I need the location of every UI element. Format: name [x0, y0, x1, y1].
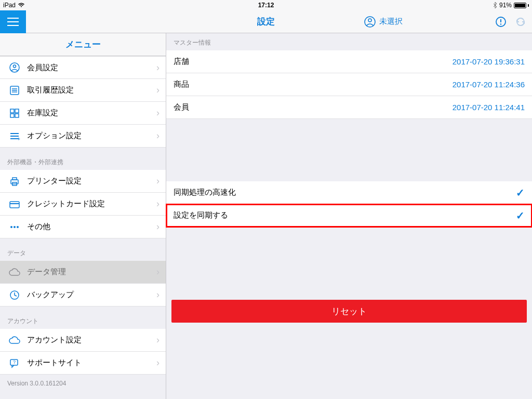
- sync-row-label: 同期処理の高速化: [174, 188, 236, 197]
- master-row-label: 会員: [174, 102, 189, 112]
- master-row-product[interactable]: 商品 2017-07-20 11:24:36: [166, 73, 532, 96]
- user-select[interactable]: 未選択: [364, 16, 403, 28]
- svg-point-25: [14, 226, 16, 228]
- master-row-label: 商品: [174, 79, 189, 89]
- user-status-label: 未選択: [379, 17, 403, 26]
- cloud-icon: [7, 333, 22, 348]
- sidebar-item-label: その他: [27, 222, 50, 232]
- printer-icon: [7, 174, 22, 189]
- sidebar-item-label: プリンター設定: [27, 176, 82, 186]
- alert-button[interactable]: [495, 16, 507, 28]
- sidebar-item-printer[interactable]: プリンター設定 ›: [0, 170, 166, 193]
- user-icon: [364, 16, 376, 28]
- sidebar-item-backup[interactable]: バックアップ ›: [0, 284, 166, 307]
- check-icon: ✓: [516, 209, 525, 222]
- version-label: Version 3.0.0.161204: [0, 375, 166, 392]
- sidebar-item-support[interactable]: ? サポートサイト ›: [0, 352, 166, 375]
- chevron-right-icon: ›: [156, 357, 159, 368]
- chevron-right-icon: ›: [156, 85, 159, 96]
- sidebar-group-header-data: データ: [0, 238, 166, 261]
- svg-point-24: [10, 226, 12, 228]
- sidebar-item-creditcard[interactable]: クレジットカード設定 ›: [0, 193, 166, 216]
- chevron-right-icon: ›: [156, 198, 159, 209]
- content-pane: マスター情報 店舗 2017-07-20 19:36:31 商品 2017-07…: [166, 33, 532, 399]
- chevron-right-icon: ›: [156, 267, 159, 277]
- sidebar-item-transaction-history[interactable]: 取引履歴設定 ›: [0, 79, 166, 102]
- svg-rect-11: [10, 109, 14, 113]
- more-icon: [7, 220, 22, 234]
- grid-icon: [7, 106, 22, 121]
- chevron-right-icon: ›: [156, 335, 159, 345]
- svg-rect-19: [11, 180, 18, 184]
- svg-point-6: [14, 65, 16, 68]
- refresh-button[interactable]: [514, 16, 527, 28]
- svg-rect-20: [12, 178, 17, 180]
- sync-row-label: 設定を同期する: [174, 210, 228, 220]
- reset-button-label: リセット: [331, 305, 367, 317]
- sidebar-item-label: バックアップ: [27, 290, 74, 300]
- svg-rect-22: [10, 202, 19, 208]
- status-bar: iPad 17:12 91%: [0, 0, 532, 10]
- reset-button[interactable]: リセット: [171, 300, 527, 323]
- page-title: 設定: [0, 16, 532, 28]
- sync-row-settings[interactable]: 設定を同期する ✓: [166, 204, 532, 227]
- chevron-right-icon: ›: [156, 108, 159, 118]
- svg-text:?: ?: [13, 360, 16, 365]
- sidebar-item-other[interactable]: その他 ›: [0, 216, 166, 238]
- svg-rect-12: [15, 109, 19, 113]
- section-header-master: マスター情報: [166, 33, 532, 50]
- master-row-member[interactable]: 会員 2017-07-20 11:24:41: [166, 96, 532, 119]
- master-row-label: 店舗: [174, 57, 189, 66]
- master-row-value: 2017-07-20 11:24:41: [453, 103, 525, 112]
- sidebar-group-header-external: 外部機器・外部連携: [0, 148, 166, 170]
- check-icon: ✓: [516, 187, 525, 199]
- sidebar-item-data-management[interactable]: データ管理 ›: [0, 261, 166, 284]
- svg-point-4: [500, 23, 501, 24]
- svg-rect-13: [10, 114, 14, 117]
- options-icon: +: [7, 129, 22, 143]
- nav-bar: 設定 未選択: [0, 10, 532, 33]
- chevron-right-icon: ›: [156, 62, 159, 73]
- clock: 17:12: [0, 2, 532, 9]
- sidebar-item-label: データ管理: [27, 267, 66, 277]
- master-row-value: 2017-07-20 19:36:31: [453, 57, 525, 66]
- sidebar-item-label: 在庫設定: [27, 108, 58, 118]
- master-row-value: 2017-07-20 11:24:36: [453, 80, 525, 89]
- sidebar-item-account-settings[interactable]: アカウント設定 ›: [0, 329, 166, 352]
- chevron-right-icon: ›: [156, 289, 159, 300]
- sidebar-item-inventory[interactable]: 在庫設定 ›: [0, 102, 166, 125]
- chat-help-icon: ?: [7, 356, 22, 370]
- sidebar-item-label: 取引履歴設定: [27, 85, 74, 95]
- svg-point-1: [368, 19, 371, 22]
- svg-point-26: [17, 226, 19, 228]
- svg-text:+: +: [17, 136, 20, 142]
- chevron-right-icon: ›: [156, 221, 159, 232]
- svg-rect-14: [15, 114, 19, 117]
- sync-row-fast[interactable]: 同期処理の高速化 ✓: [166, 181, 532, 204]
- sidebar-item-member-settings[interactable]: 会員設定 ›: [0, 56, 166, 79]
- chevron-right-icon: ›: [156, 130, 159, 141]
- sidebar-group-header-account: アカウント: [0, 307, 166, 329]
- sidebar-item-label: アカウント設定: [27, 335, 82, 345]
- sidebar-item-label: 会員設定: [27, 63, 58, 73]
- cloud-icon: [7, 265, 22, 280]
- sidebar-title: メニュー: [0, 33, 166, 56]
- card-icon: [7, 197, 22, 211]
- chevron-right-icon: ›: [156, 176, 159, 187]
- sidebar: メニュー 会員設定 › 取引履歴設定 › 在庫設定 › + オプション設定 ›: [0, 33, 166, 399]
- sidebar-item-label: クレジットカード設定: [27, 199, 105, 209]
- user-icon: [7, 60, 22, 75]
- master-row-store[interactable]: 店舗 2017-07-20 19:36:31: [166, 50, 532, 73]
- sidebar-item-label: サポートサイト: [27, 358, 82, 368]
- sidebar-item-options[interactable]: + オプション設定 ›: [0, 125, 166, 148]
- sidebar-item-label: オプション設定: [27, 131, 82, 141]
- list-icon: [7, 83, 22, 98]
- clock-icon: [7, 288, 22, 302]
